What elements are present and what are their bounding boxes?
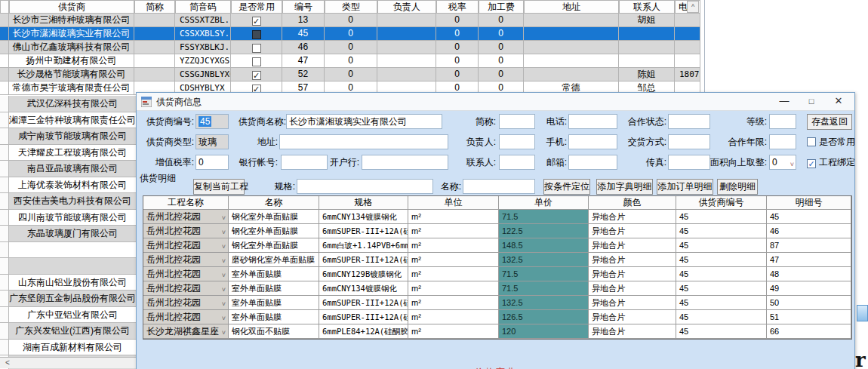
cell-spec[interactable]: 6mmCNY134镀膜钢化 (319, 281, 408, 295)
column-header[interactable]: 类型 (325, 1, 377, 13)
list-item[interactable]: 湘潭三金特种玻璃有限责任公司 (0, 112, 136, 129)
cell-spec[interactable]: 6mmCNY129B镀膜钢化 (319, 267, 408, 281)
cell-color[interactable]: 异地合片 (589, 296, 676, 309)
cell-price[interactable]: 132.5 (499, 253, 589, 266)
grid-row[interactable]: 岳州北控花园˅磨砂钢化室外单面贴膜6mmSUPER-III+12A(硅...m²… (143, 253, 851, 267)
maximize-button[interactable]: □ (799, 93, 824, 111)
cell-price[interactable]: 126.5 (499, 310, 589, 324)
grid-column-header[interactable]: 单价 (499, 196, 589, 209)
cell-price[interactable]: 122.5 (499, 224, 589, 238)
column-header[interactable]: 编号 (282, 1, 325, 13)
table-row[interactable]: 佛山市亿鑫玻璃科技有限公司FSSYXBLKJ..46000 (0, 41, 700, 54)
grid-row[interactable]: 岳州北控花园˅钢化室外单面贴膜6mmCNY134镀膜钢化m²71.5异地合片45… (143, 210, 851, 224)
add-dict-detail-button[interactable]: 添加字典明细 (596, 179, 653, 195)
grid-row[interactable]: 岳州北控花园˅室外单面贴膜6mmCNY129B镀膜钢化m²71.5异地合片454… (143, 267, 851, 281)
cell-name[interactable]: 室外单面贴膜 (229, 267, 319, 281)
locate-by-condition-button[interactable]: 按条件定位 (543, 179, 590, 195)
combo-arrow-icon[interactable]: ˅ (222, 297, 226, 309)
cell-detail-id[interactable]: 47 (767, 253, 851, 266)
cell-unit[interactable]: m² (408, 324, 499, 338)
cell-name[interactable]: 磨砂钢化室外单面贴膜 (229, 253, 319, 266)
abbr-input[interactable] (499, 114, 535, 129)
coop-status-input[interactable] (668, 114, 710, 129)
combo-arrow-icon[interactable]: ˅ (222, 226, 226, 238)
cell-spec[interactable]: 6mmCNY134镀膜钢化 (319, 210, 408, 223)
grade-input[interactable] (769, 114, 796, 129)
list-item[interactable]: 广东中亚铝业有限公司 (0, 307, 136, 324)
list-item[interactable]: 湖南百成新材料有限公司 (0, 340, 136, 356)
column-header[interactable]: 税率 (436, 1, 479, 13)
cell-unit[interactable]: m² (408, 296, 499, 309)
list-item[interactable]: 咸宁南玻节能玻璃有限公司 (0, 128, 136, 145)
cell-name[interactable]: 钢化室外单面贴膜 (229, 224, 319, 238)
cell-project[interactable]: 岳州北控花园˅ (143, 296, 229, 309)
cell-name[interactable]: 钢化室外单面贴膜 (229, 210, 319, 223)
list-item[interactable]: 天津耀皮工程玻璃有限公司 (0, 145, 136, 161)
email-input[interactable] (568, 155, 617, 170)
cell-unit[interactable]: m² (408, 210, 499, 223)
cell-color[interactable]: 异地合片 (589, 267, 676, 281)
cell-supplier-id[interactable]: 45 (676, 310, 767, 324)
grid-row[interactable]: 岳州北控花园˅室外单面贴膜6mmSUPER-III+12A(硅...m²126.… (143, 310, 851, 324)
minimize-button[interactable]: — (771, 93, 797, 111)
list-item[interactable]: 西安佳吉美电力科技有限公司 (0, 193, 136, 210)
cell-detail-id[interactable]: 51 (767, 310, 851, 324)
column-header[interactable]: 简称 (134, 1, 175, 13)
add-order-detail-button[interactable]: 添加订单明细 (657, 179, 713, 195)
cell-supplier-id[interactable]: 45 (676, 281, 767, 295)
cell-color[interactable]: 异地合片 (589, 310, 676, 324)
cell-spec[interactable]: 6mm白玻+1.14PVB+6mm... (319, 238, 408, 252)
cell-supplier-id[interactable]: 45 (676, 224, 767, 238)
cell-spec[interactable]: 6mmSUPER-III+12A(硅... (319, 224, 408, 238)
combo-arrow-icon[interactable]: ˅ (222, 283, 226, 295)
cell-color[interactable]: 异地合片 (589, 281, 676, 295)
cell-color[interactable]: 异地合片 (589, 253, 676, 266)
contact-input[interactable] (499, 155, 535, 170)
column-header[interactable]: 联系人 (619, 1, 675, 13)
close-button[interactable]: ✕ (826, 93, 851, 111)
cell-color[interactable]: 异地合片 (589, 238, 676, 252)
grid-column-header[interactable]: 单位 (408, 196, 499, 209)
grid-column-header[interactable]: 工程名称 (143, 196, 229, 209)
save-return-button[interactable]: 存盘返回 (807, 114, 852, 130)
combo-arrow-icon[interactable]: ˅ (222, 312, 226, 324)
grid-row[interactable]: 岳州北控花园˅室外单面贴膜6mmSUPER-III+12A(硅...m²132.… (143, 296, 851, 310)
dialog-titlebar[interactable]: 供货商信息 — □ ✕ (137, 93, 854, 111)
combo-arrow-icon[interactable]: ˅ (222, 240, 226, 252)
common-checkbox[interactable] (252, 30, 261, 39)
cell-project[interactable]: 岳州北控花园˅ (143, 224, 229, 238)
cell-unit[interactable]: m² (408, 281, 499, 295)
cell-detail-id[interactable]: 50 (767, 296, 851, 309)
is-common-checkbox[interactable]: 是否常用 (807, 136, 855, 149)
cell-name[interactable]: 钢化室外单面贴膜 (229, 238, 319, 252)
cell-spec[interactable]: 6mmSUPER-III+12A(硅... (319, 310, 408, 324)
address-input[interactable] (279, 134, 448, 149)
supplier-id-input[interactable]: 45 (195, 114, 229, 129)
common-checkbox[interactable] (252, 44, 261, 53)
cell-detail-id[interactable]: 46 (767, 224, 851, 238)
phone-input[interactable] (568, 114, 617, 129)
cell-supplier-id[interactable]: 45 (676, 267, 767, 281)
cell-supplier-id[interactable]: 45 (676, 324, 767, 338)
grid-row[interactable]: 岳州北控花园˅钢化室外单面贴膜6mm白玻+1.14PVB+6mm...m²148… (143, 238, 851, 253)
cell-supplier-id[interactable]: 45 (676, 238, 767, 252)
cell-spec[interactable]: 6mmSUPER-III+12A(硅... (319, 296, 408, 309)
cell-unit[interactable]: m² (408, 267, 499, 281)
column-header[interactable]: 地址 (524, 1, 619, 13)
grid-row[interactable]: 长沙龙湖祺鑫星座˅钢化双面不贴膜6mmPLE84+12A(硅酮胶...m²120… (143, 324, 851, 339)
list-item[interactable]: 武汉亿深科技有限公司 (0, 96, 136, 112)
common-checkbox[interactable] (252, 17, 261, 26)
column-header[interactable]: 供货商 (9, 1, 134, 13)
column-header[interactable]: 加工费 (479, 1, 524, 13)
table-row[interactable]: 扬州中勤建材有限公司YZZQJCYXGS47000 (0, 54, 700, 68)
name-filter-input[interactable] (463, 179, 535, 194)
cell-project[interactable]: 岳州北控花园˅ (143, 238, 229, 252)
copy-current-project-button[interactable]: 复制当前工程 (193, 179, 245, 195)
vat-rate-input[interactable]: 0 (195, 155, 229, 170)
cell-price[interactable]: 71.5 (499, 281, 589, 295)
grid-column-header[interactable]: 颜色 (589, 196, 676, 209)
cell-supplier-id[interactable]: 45 (676, 253, 767, 266)
cell-supplier-id[interactable]: 45 (676, 296, 767, 309)
cell-color[interactable]: 异地合片 (589, 210, 676, 223)
column-header[interactable]: 负责人 (377, 1, 436, 13)
